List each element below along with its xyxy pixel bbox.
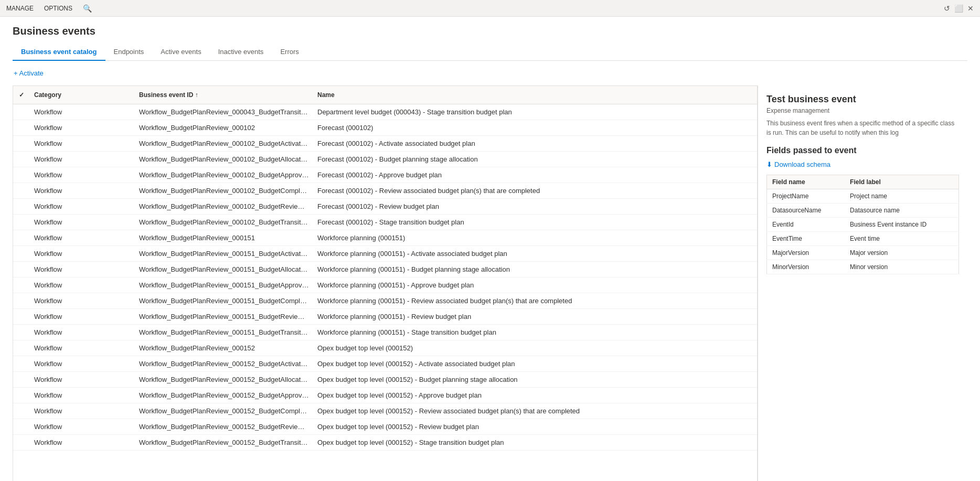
table-row[interactable]: Workflow Workflow_BudgetPlanReview_00015… [13, 340, 757, 356]
row-check [13, 403, 30, 419]
field-label-cell: Datasource name [845, 204, 958, 218]
row-check [13, 372, 30, 387]
row-name: Opex budget top level (000152) - Stage t… [313, 435, 757, 450]
tab-business-event-catalog[interactable]: Business event catalog [13, 44, 105, 61]
table-row[interactable]: Workflow Workflow_BudgetPlanReview_00015… [13, 230, 757, 246]
tab-errors[interactable]: Errors [272, 44, 307, 61]
restore-icon[interactable]: ⬜ [954, 4, 963, 13]
table-row[interactable]: Workflow Workflow_BudgetPlanReview_00015… [13, 356, 757, 372]
table-row[interactable]: Workflow Workflow_BudgetPlanReview_00010… [13, 183, 757, 199]
header-name[interactable]: Name [313, 89, 757, 101]
table-row[interactable]: Workflow Workflow_BudgetPlanReview_00015… [13, 262, 757, 277]
search-icon[interactable]: 🔍 [83, 4, 92, 13]
row-event-id: Workflow_BudgetPlanReview_000152_BudgetA… [135, 356, 313, 371]
field-row: MajorVersion Major version [767, 246, 959, 260]
col-field-label: Field label [845, 175, 958, 189]
row-check [13, 262, 30, 277]
main-layout: ✓ Category Business event ID ↑ Name Work… [13, 85, 967, 481]
field-name-cell: MajorVersion [767, 246, 845, 260]
refresh-icon[interactable]: ↺ [944, 4, 950, 13]
row-name: Workforce planning (000151) - Activate a… [313, 246, 757, 261]
row-category: Workflow [30, 309, 135, 324]
row-check [13, 325, 30, 340]
table-body: Workflow Workflow_BudgetPlanReview_00004… [13, 104, 757, 481]
table-row[interactable]: Workflow Workflow_BudgetPlanReview_00004… [13, 104, 757, 120]
row-check [13, 340, 30, 356]
row-check [13, 388, 30, 403]
row-category: Workflow [30, 199, 135, 214]
field-name-cell: EventId [767, 218, 845, 232]
table-row[interactable]: Workflow Workflow_BudgetPlanReview_00010… [13, 215, 757, 230]
row-name: Forecast (000102) - Activate associated … [313, 136, 757, 151]
menu-manage[interactable]: MANAGE [6, 5, 34, 12]
table-row[interactable]: Workflow Workflow_BudgetPlanReview_00015… [13, 419, 757, 435]
table-row[interactable]: Workflow Workflow_BudgetPlanReview_00010… [13, 152, 757, 167]
check-icon: ✓ [19, 91, 24, 99]
table-row[interactable]: Workflow Workflow_BudgetPlanReview_00015… [13, 277, 757, 293]
row-name: Workforce planning (000151) - Approve bu… [313, 277, 757, 293]
table-row[interactable]: Workflow Workflow_BudgetPlanReview_00010… [13, 199, 757, 215]
download-label[interactable]: Download schema [774, 161, 830, 168]
row-category: Workflow [30, 183, 135, 198]
row-category: Workflow [30, 293, 135, 308]
table-row[interactable]: Workflow Workflow_BudgetPlanReview_00015… [13, 388, 757, 403]
row-event-id: Workflow_BudgetPlanReview_000102_BudgetA… [135, 136, 313, 151]
field-row: ProjectName Project name [767, 189, 959, 204]
tab-inactive-events[interactable]: Inactive events [210, 44, 272, 61]
row-event-id: Workflow_BudgetPlanReview_000151_BudgetT… [135, 325, 313, 340]
row-check [13, 120, 30, 135]
row-event-id: Workflow_BudgetPlanReview_000151 [135, 230, 313, 245]
table-row[interactable]: Workflow Workflow_BudgetPlanReview_00015… [13, 293, 757, 309]
field-name-cell: MinorVersion [767, 260, 845, 274]
download-icon: ⬇ [766, 161, 772, 168]
table-row[interactable]: Workflow Workflow_BudgetPlanReview_00015… [13, 309, 757, 325]
table-row[interactable]: Workflow Workflow_BudgetPlanReview_00015… [13, 246, 757, 262]
row-name: Opex budget top level (000152) - Budget … [313, 372, 757, 387]
download-schema-link[interactable]: ⬇ Download schema [766, 161, 959, 168]
row-name: Workforce planning (000151) - Stage tran… [313, 325, 757, 340]
table-row[interactable]: Workflow Workflow_BudgetPlanReview_00015… [13, 325, 757, 340]
table-row[interactable]: Workflow Workflow_BudgetPlanReview_00015… [13, 435, 757, 451]
field-label-cell: Project name [845, 189, 958, 204]
row-category: Workflow [30, 230, 135, 245]
row-name: Forecast (000102) - Review associated bu… [313, 183, 757, 198]
table-row[interactable]: Workflow Workflow_BudgetPlanReview_00010… [13, 167, 757, 183]
header-event-id[interactable]: Business event ID ↑ [135, 89, 313, 101]
fields-table: Field name Field label ProjectName Proje… [766, 175, 959, 274]
table-row[interactable]: Workflow Workflow_BudgetPlanReview_00015… [13, 403, 757, 419]
row-check [13, 246, 30, 261]
row-category: Workflow [30, 277, 135, 293]
row-name: Forecast (000102) - Review budget plan [313, 199, 757, 214]
table-row[interactable]: Workflow Workflow_BudgetPlanReview_00010… [13, 136, 757, 152]
tab-active-events[interactable]: Active events [152, 44, 209, 61]
detail-subtitle: Expense management [766, 107, 959, 114]
row-event-id: Workflow_BudgetPlanReview_000151_BudgetC… [135, 293, 313, 308]
field-name-cell: ProjectName [767, 189, 845, 204]
row-category: Workflow [30, 152, 135, 167]
menu-options[interactable]: OPTIONS [44, 5, 72, 12]
row-name: Workforce planning (000151) - Review bud… [313, 309, 757, 324]
row-event-id: Workflow_BudgetPlanReview_000151_BudgetR… [135, 309, 313, 324]
tab-endpoints[interactable]: Endpoints [105, 44, 153, 61]
row-event-id: Workflow_BudgetPlanReview_000102_BudgetT… [135, 215, 313, 230]
detail-title: Test business event [766, 94, 959, 105]
row-event-id: Workflow_BudgetPlanReview_000102_BudgetC… [135, 183, 313, 198]
field-label-cell: Major version [845, 246, 958, 260]
close-icon[interactable]: ✕ [967, 4, 974, 13]
row-category: Workflow [30, 167, 135, 183]
table-row[interactable]: Workflow Workflow_BudgetPlanReview_00010… [13, 120, 757, 136]
row-name: Opex budget top level (000152) - Approve… [313, 388, 757, 403]
header-category[interactable]: Category [30, 89, 135, 101]
row-check [13, 419, 30, 434]
row-event-id: Workflow_BudgetPlanReview_000043_BudgetT… [135, 104, 313, 120]
row-category: Workflow [30, 340, 135, 356]
activate-button[interactable]: + Activate [13, 67, 45, 79]
row-check [13, 199, 30, 214]
row-check [13, 215, 30, 230]
field-row: EventTime Event time [767, 232, 959, 246]
row-check [13, 293, 30, 308]
row-event-id: Workflow_BudgetPlanReview_000151_BudgetA… [135, 246, 313, 261]
row-check [13, 183, 30, 198]
row-event-id: Workflow_BudgetPlanReview_000102_BudgetR… [135, 199, 313, 214]
table-row[interactable]: Workflow Workflow_BudgetPlanReview_00015… [13, 372, 757, 388]
